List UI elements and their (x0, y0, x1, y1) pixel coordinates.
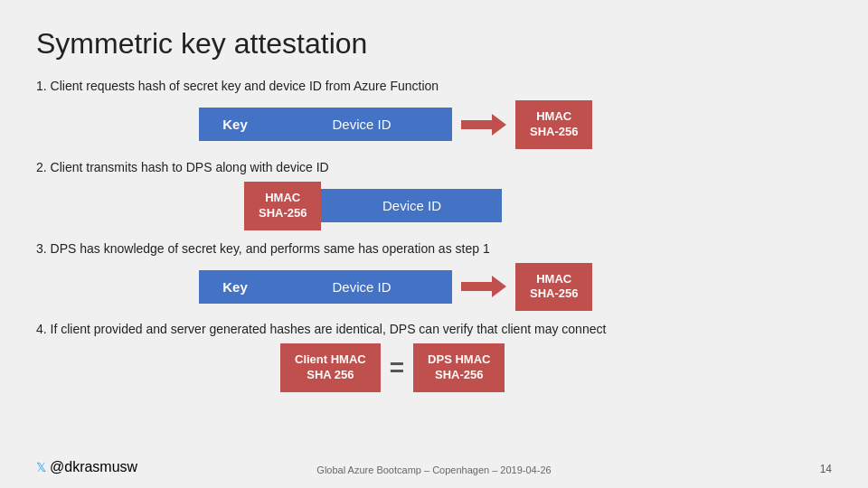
step1-arrow-body (461, 120, 492, 129)
equals-sign: = (390, 353, 404, 382)
step1-text: 1. Client requests hash of secret key an… (36, 79, 832, 93)
step3-deviceid-box: Device ID (271, 270, 452, 304)
step3-text: 3. DPS has knowledge of secret key, and … (36, 241, 832, 256)
slide-title: Symmetric key attestation (36, 27, 832, 61)
step3-arrow-head (492, 276, 506, 297)
step3-arrow-shape (461, 276, 506, 297)
step4-text: 4. If client provided and server generat… (36, 322, 832, 336)
step3-key-box: Key (199, 270, 271, 304)
step2-hmac-box: HMACSHA-256 (244, 182, 321, 230)
step4-dps-hmac-box: DPS HMACSHA-256 (413, 343, 505, 392)
step3-arrow (461, 276, 506, 297)
footer-page-number: 14 (820, 463, 832, 475)
step2-row: HMACSHA-256 Device ID (244, 182, 832, 230)
footer-text: Global Azure Bootcamp – Copenhagen – 201… (316, 465, 551, 475)
step3-arrow-body (461, 282, 492, 291)
step1-key-box: Key (199, 108, 271, 141)
slide: Symmetric key attestation 1. Client requ… (0, 0, 868, 488)
step4-client-hmac-box: Client HMACSHA 256 (280, 343, 381, 392)
step2-deviceid-box: Device ID (321, 189, 502, 222)
step3-hmac-result: HMACSHA-256 (515, 263, 592, 312)
step2-text: 2. Client transmits hash to DPS along wi… (36, 160, 832, 174)
step1-deviceid-box: Device ID (271, 108, 452, 141)
footer-center: Global Azure Bootcamp – Copenhagen – 201… (0, 465, 868, 475)
step4-row: Client HMACSHA 256 = DPS HMACSHA-256 (280, 343, 832, 392)
step1-arrow (461, 114, 506, 136)
step1-hmac-result: HMACSHA-256 (515, 100, 592, 149)
step1-row: Key Device ID HMACSHA-256 (199, 100, 832, 149)
step3-row: Key Device ID HMACSHA-256 (199, 263, 832, 312)
step1-arrow-head (492, 114, 506, 136)
step1-arrow-shape (461, 114, 506, 136)
